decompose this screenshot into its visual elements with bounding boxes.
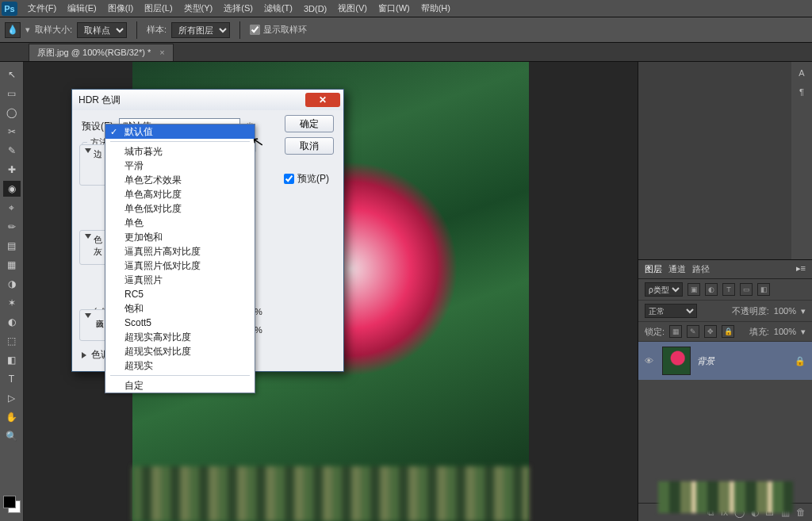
preset-option[interactable]: 平滑 (105, 159, 255, 173)
fill-value[interactable]: 100% (774, 327, 796, 336)
tool-marquee[interactable]: ▭ (3, 86, 21, 102)
character-panel-icon[interactable]: A (799, 68, 804, 78)
lock-image-icon[interactable]: ✎ (687, 325, 699, 338)
preset-option[interactable]: 单色低对比度 (105, 201, 255, 216)
preset-option[interactable]: 饱和 (105, 301, 255, 316)
lock-transparent-icon[interactable]: ▦ (669, 325, 682, 338)
tool-pen[interactable]: ⬚ (3, 333, 21, 349)
tool-gradient[interactable]: ◑ (3, 276, 21, 292)
tool-heal[interactable]: ✚ (3, 162, 21, 178)
preset-option[interactable]: 默认值 (105, 125, 255, 139)
preset-option[interactable]: 逼真照片 (105, 273, 255, 287)
tab-channels[interactable]: 通道 (668, 263, 686, 275)
menu-3d[interactable]: 3D(D) (298, 2, 332, 16)
filter-type-icon[interactable]: T (722, 283, 735, 296)
chevron-down-icon[interactable]: ▾ (801, 327, 806, 337)
menu-help[interactable]: 帮助(H) (416, 0, 456, 17)
close-icon[interactable]: × (159, 48, 164, 57)
expand-icon[interactable] (82, 352, 86, 358)
sample-size-select[interactable]: 取样点 (77, 22, 127, 38)
tool-shape[interactable]: ◧ (3, 352, 21, 368)
blend-mode-select[interactable]: 正常 (645, 304, 697, 318)
layer-name[interactable]: 背景 (697, 355, 714, 367)
layer-filter-select[interactable]: ρ类型 (645, 282, 683, 297)
tool-lasso[interactable]: ◯ (3, 105, 21, 121)
eyedropper-icon[interactable]: 💧 (5, 22, 21, 38)
menu-layer[interactable]: 图层(L) (139, 0, 178, 17)
tool-hand[interactable]: ✋ (3, 409, 21, 425)
chevron-down-icon[interactable]: ▾ (801, 306, 806, 316)
fg-color[interactable] (3, 496, 16, 508)
preset-option[interactable]: 逼真照片低对比度 (105, 259, 255, 273)
preset-option[interactable]: Scott5 (105, 316, 255, 330)
tab-paths[interactable]: 路径 (692, 263, 710, 275)
menu-select[interactable]: 选择(S) (218, 0, 259, 17)
preset-option[interactable]: 城市暮光 (105, 144, 255, 159)
sample-label: 样本: (147, 24, 167, 36)
preview-checkbox[interactable] (284, 174, 294, 184)
close-button[interactable]: ✕ (305, 93, 340, 107)
chevron-down-icon[interactable]: ▾ (25, 25, 30, 35)
preset-option[interactable]: 单色高对比度 (105, 187, 255, 201)
lock-position-icon[interactable]: ✥ (704, 325, 717, 338)
preset-option[interactable]: 超现实 (105, 358, 255, 373)
opacity-label: 不透明度: (732, 305, 769, 317)
tool-brush[interactable]: ✎ (3, 143, 21, 159)
sample-size-label: 取样大小: (35, 24, 72, 36)
filter-smart-icon[interactable]: ◧ (757, 283, 770, 296)
percent-unit: % (255, 307, 266, 316)
dialog-titlebar[interactable]: HDR 色调 ✕ (72, 90, 343, 110)
tool-zoom[interactable]: 🔍 (3, 428, 21, 444)
tab-layers[interactable]: 图层 (645, 263, 662, 275)
tool-dodge[interactable]: ◐ (3, 314, 21, 330)
preset-option-custom[interactable]: 自定 (105, 378, 255, 393)
tool-type[interactable]: T (3, 371, 21, 387)
separator (239, 21, 240, 39)
tool-blur[interactable]: ✶ (3, 295, 21, 311)
preset-option[interactable]: 超现实高对比度 (105, 330, 255, 344)
lock-label: 锁定: (645, 326, 665, 338)
show-sampling-ring[interactable]: 显示取样环 (250, 24, 307, 36)
filter-adjust-icon[interactable]: ◐ (705, 283, 718, 296)
show-ring-checkbox[interactable] (250, 25, 260, 35)
preset-option[interactable]: 超现实低对比度 (105, 344, 255, 358)
layer-row[interactable]: 👁 背景 🔒 (638, 342, 812, 380)
tool-pencil[interactable]: ✏ (3, 219, 21, 235)
color-swatches[interactable] (3, 496, 22, 515)
document-tab[interactable]: 原图.jpg @ 100%(RGB/32*) * × (29, 44, 174, 61)
visibility-icon[interactable]: 👁 (645, 356, 656, 366)
menu-file[interactable]: 文件(F) (22, 0, 62, 17)
filter-image-icon[interactable]: ▣ (688, 283, 700, 296)
menu-image[interactable]: 图像(I) (102, 0, 139, 17)
preset-option[interactable]: RC5 (105, 287, 255, 301)
filter-shape-icon[interactable]: ▭ (740, 283, 753, 296)
collapsed-panel-group: A ¶ (638, 62, 812, 260)
cancel-button[interactable]: 取消 (285, 137, 334, 155)
ok-button[interactable]: 确定 (285, 115, 334, 132)
panel-menu-icon[interactable]: ▸≡ (796, 263, 806, 275)
menu-edit[interactable]: 编辑(E) (62, 0, 102, 17)
lock-all-icon[interactable]: 🔒 (722, 325, 734, 338)
menu-type[interactable]: 类型(Y) (178, 0, 219, 17)
preview-checkbox-row[interactable]: 预览(P) (284, 172, 329, 186)
layer-thumbnail[interactable] (662, 347, 691, 375)
tool-stamp[interactable]: ▤ (3, 238, 21, 254)
menu-bar: Ps 文件(F) 编辑(E) 图像(I) 图层(L) 类型(Y) 选择(S) 滤… (0, 0, 812, 17)
preset-option[interactable]: 单色 (105, 216, 255, 230)
tool-path[interactable]: ▷ (3, 390, 21, 406)
opacity-value[interactable]: 100% (774, 306, 796, 316)
preset-option[interactable]: 更加饱和 (105, 230, 255, 244)
tool-history[interactable]: ▦ (3, 257, 21, 273)
sample-select[interactable]: 所有图层 (171, 22, 230, 38)
paragraph-panel-icon[interactable]: ¶ (799, 87, 804, 97)
trash-icon[interactable]: 🗑 (796, 507, 806, 518)
menu-filter[interactable]: 滤镜(T) (259, 0, 298, 17)
tool-move[interactable]: ↖ (3, 67, 21, 82)
tool-target[interactable]: ⌖ (3, 200, 21, 216)
tool-eyedropper[interactable]: ◉ (3, 181, 21, 197)
preset-option[interactable]: 逼真照片高对比度 (105, 244, 255, 259)
menu-window[interactable]: 窗口(W) (373, 0, 416, 17)
preset-option[interactable]: 单色艺术效果 (105, 173, 255, 187)
menu-view[interactable]: 视图(V) (332, 0, 373, 17)
tool-crop[interactable]: ✂ (3, 124, 21, 140)
